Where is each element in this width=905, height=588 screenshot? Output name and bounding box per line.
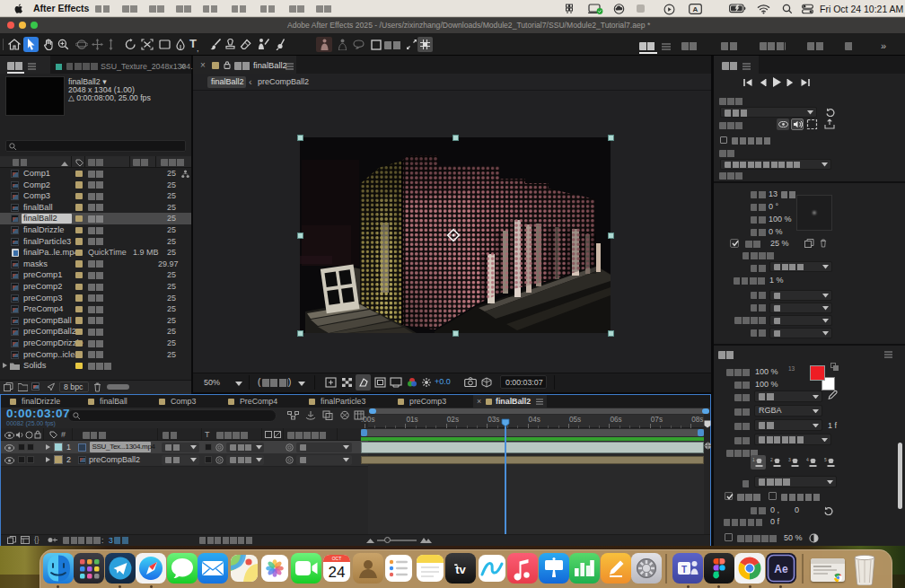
svg-text:24: 24 xyxy=(329,564,346,581)
svg-text:Ae: Ae xyxy=(774,563,788,575)
svg-text:A: A xyxy=(693,5,699,13)
svg-text:3: 3 xyxy=(788,457,791,462)
svg-text:4: 4 xyxy=(806,457,809,462)
svg-text:1: 1 xyxy=(752,457,755,462)
svg-text:OCT: OCT xyxy=(332,556,342,561)
svg-text:2: 2 xyxy=(770,457,773,462)
svg-text:5: 5 xyxy=(824,457,827,462)
svg-text:T: T xyxy=(681,565,687,575)
